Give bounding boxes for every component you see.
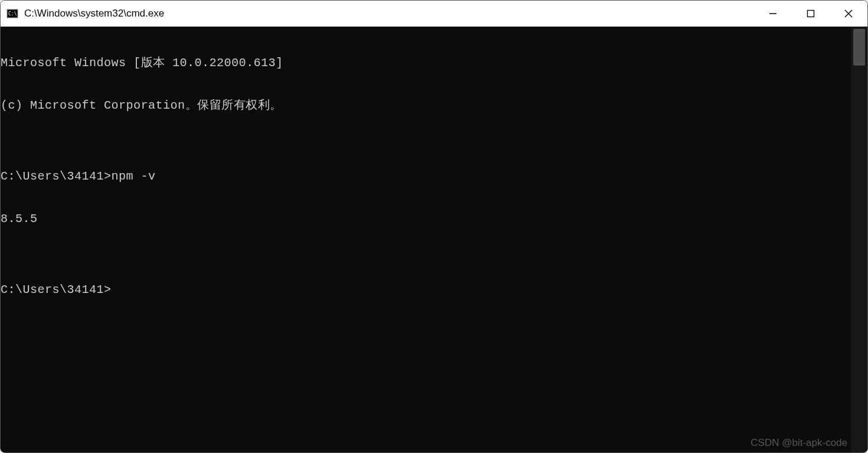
titlebar[interactable]: C:\ C:\Windows\system32\cmd.exe	[1, 1, 867, 27]
svg-rect-3	[808, 11, 814, 17]
terminal-output[interactable]: Microsoft Windows [版本 10.0.22000.613] (c…	[1, 27, 851, 452]
cmd-icon: C:\	[6, 8, 18, 19]
terminal-line: C:\Users\34141>	[1, 283, 851, 297]
terminal-line: 8.5.5	[1, 212, 851, 226]
client-area: Microsoft Windows [版本 10.0.22000.613] (c…	[1, 27, 867, 452]
svg-text:C:\: C:\	[8, 11, 17, 17]
minimize-button[interactable]	[754, 1, 792, 27]
window-controls	[754, 1, 867, 27]
vertical-scrollbar[interactable]	[851, 27, 867, 452]
terminal-line: Microsoft Windows [版本 10.0.22000.613]	[1, 56, 851, 70]
terminal-line: C:\Users\34141>npm -v	[1, 170, 851, 184]
scrollbar-thumb[interactable]	[853, 29, 865, 66]
cmd-window: C:\ C:\Windows\system32\cmd.exe Microsof…	[0, 0, 868, 453]
terminal-line: (c) Microsoft Corporation。保留所有权利。	[1, 99, 851, 113]
close-button[interactable]	[830, 1, 867, 27]
maximize-button[interactable]	[792, 1, 830, 27]
window-title: C:\Windows\system32\cmd.exe	[24, 8, 754, 19]
